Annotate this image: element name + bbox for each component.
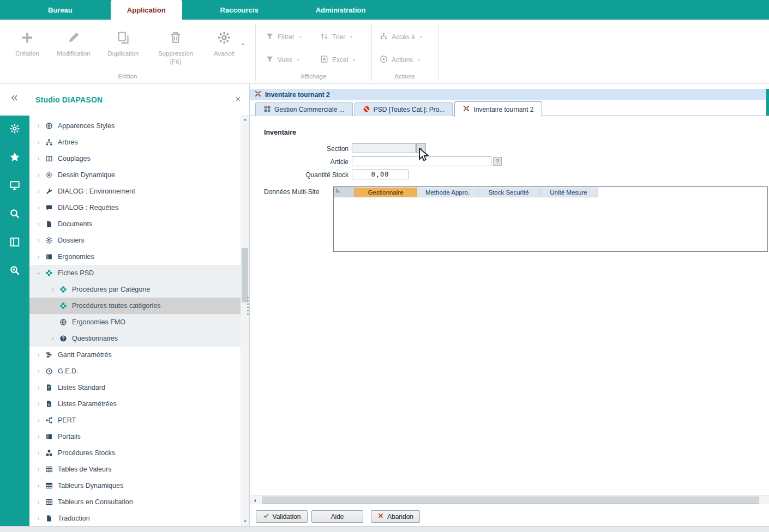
tree-item-arbres[interactable]: Arbres [29, 134, 241, 150]
scrollbar-thumb[interactable] [262, 497, 759, 504]
acces-a-button[interactable]: Accès à [380, 31, 423, 44]
ribbon-tab-application[interactable]: Application [111, 0, 182, 20]
chevron-right-icon[interactable] [48, 336, 57, 341]
chevron-right-icon[interactable] [34, 369, 43, 374]
suppression-button[interactable]: Suppression (F6) [151, 25, 201, 75]
chevron-right-icon[interactable] [34, 483, 43, 488]
chevron-right-icon[interactable] [34, 418, 43, 423]
tree-item-tables-de-valeurs[interactable]: Tables de Valeurs [29, 461, 241, 477]
button-label: Validation [273, 513, 301, 521]
scroll-left-button[interactable] [251, 496, 259, 504]
article-help-button[interactable]: ? [493, 157, 502, 166]
button-label: Duplication [108, 50, 139, 58]
chevron-right-icon[interactable] [34, 385, 43, 390]
chevron-right-icon[interactable] [34, 238, 43, 243]
chevron-right-icon[interactable] [34, 222, 43, 227]
chevron-right-icon[interactable] [34, 173, 43, 178]
tree-item-procedures-par-categorie[interactable]: Procédures par Catégorie [29, 281, 241, 298]
tree-item-questionnaires[interactable]: Questionnaires [29, 330, 241, 347]
panel-close-button[interactable] [232, 94, 243, 105]
column-header-unite-mesure[interactable]: Unité Mesure [539, 187, 598, 197]
ribbon-tab-bureau[interactable]: Bureau [32, 0, 89, 20]
chevron-right-icon[interactable] [34, 255, 43, 259]
tree-item-tableurs-dynamiques[interactable]: Tableurs Dynamiques [29, 477, 241, 494]
chevron-right-icon[interactable] [34, 189, 43, 194]
actions-button[interactable]: Actions [380, 53, 421, 66]
tree-item-couplages[interactable]: Couplages [29, 150, 241, 167]
chevron-right-icon[interactable] [34, 402, 43, 407]
chevron-right-icon[interactable] [34, 467, 43, 472]
vues-button[interactable]: Vues [266, 53, 301, 66]
tree-item-tableurs-en-consultation[interactable]: Tableurs en Consultation [29, 494, 241, 510]
excel-button[interactable]: Excel [320, 53, 356, 66]
activity-modules-button[interactable] [9, 124, 21, 136]
filtrer-button[interactable]: Filtrer [266, 31, 303, 44]
chevron-right-icon[interactable] [34, 500, 43, 505]
select-all-cell[interactable] [334, 187, 355, 197]
tree-item-ergonomies-fmo[interactable]: Ergonomies FMO [29, 314, 241, 330]
avance-dropdown-caret[interactable] [241, 39, 245, 49]
avance-button[interactable]: Avancé [206, 25, 242, 75]
chevron-right-icon[interactable] [34, 516, 43, 521]
tree-item-procedures-stocks[interactable]: Procédures Stocks [29, 445, 241, 461]
ribbon-tab-administration[interactable]: Administration [299, 0, 382, 20]
tree-item-fiches-psd[interactable]: Fiches PSD [29, 265, 241, 281]
chevron-down-icon [349, 33, 353, 41]
duplication-button[interactable]: Duplication [99, 25, 147, 75]
book-icon [45, 253, 53, 261]
pencil-icon [67, 28, 81, 47]
panel-splitter[interactable] [247, 297, 249, 315]
activity-search-button[interactable] [9, 209, 21, 221]
tree-item-apparences-styles[interactable]: Apparences Styles [29, 118, 241, 134]
scroll-down-button[interactable] [241, 517, 249, 525]
tree-item-dialog-environnement[interactable]: DIALOG : Environnement [29, 183, 241, 200]
chevron-right-icon[interactable] [48, 287, 57, 292]
modification-button[interactable]: Modification [50, 25, 97, 75]
column-header-methode-appro[interactable]: Methode Appro. [417, 187, 478, 197]
tree-item-procedures-toutes-categories[interactable]: Procédures toutes catégories [29, 298, 241, 314]
document-tab-psd-toutes-cat-pro[interactable]: PSD [Toutes Cat.]: Pro... [355, 102, 453, 116]
quantite-stock-input[interactable] [352, 170, 408, 179]
activity-panels-button[interactable] [9, 237, 21, 249]
column-header-stock-securite[interactable]: Stock Securité [478, 187, 539, 197]
document-tab-gestion-commerciale[interactable]: Gestion Commerciale ... [255, 102, 353, 116]
tree-item-ergonomies[interactable]: Ergonomies [29, 249, 241, 265]
horizontal-scrollbar[interactable] [250, 495, 769, 504]
tree-item-pert[interactable]: PERT [29, 412, 241, 428]
aide-button[interactable]: Aide [311, 510, 363, 523]
chevron-right-icon[interactable] [34, 124, 43, 129]
chevron-right-icon[interactable] [34, 451, 43, 456]
tree-item-dossiers[interactable]: Dossiers [29, 232, 241, 249]
chevron-right-icon[interactable] [34, 156, 43, 161]
activity-desktop-button[interactable] [9, 180, 21, 192]
tree-item-dessin-dynamique[interactable]: Dessin Dynamique [29, 167, 241, 183]
column-header-gestionnaire[interactable]: Gestionnaire [355, 187, 417, 197]
tree-item-traduction[interactable]: Traduction [29, 510, 241, 526]
tree-item-listes-parametrees[interactable]: Listes Paramétrées [29, 396, 241, 412]
scroll-up-button[interactable] [241, 116, 249, 123]
creation-button[interactable]: Création [4, 25, 50, 75]
chevron-right-icon[interactable] [34, 205, 43, 210]
section-input[interactable] [352, 143, 416, 153]
chevron-down-icon[interactable] [34, 271, 43, 276]
activity-favorites-button[interactable] [9, 152, 21, 164]
chevron-right-icon[interactable] [34, 434, 43, 439]
tree-item-portails[interactable]: Portails [29, 428, 241, 445]
tree-item-label: G.E.D. [58, 367, 79, 375]
abandon-button[interactable]: Abandon [371, 510, 420, 523]
chevron-right-icon[interactable] [34, 353, 43, 358]
activity-studio-search-button[interactable] [9, 265, 21, 277]
tree-item-dialog-requetes[interactable]: DIALOG : Requêtes [29, 200, 241, 216]
trier-button[interactable]: Trier [320, 31, 353, 44]
tree-item-g-e-d[interactable]: G.E.D. [29, 363, 241, 379]
chevron-right-icon[interactable] [34, 140, 43, 145]
document-tab-inventaire-tournant-2[interactable]: Inventaire tournant 2 [454, 101, 542, 117]
tree-item-gantt-parametres[interactable]: Gantt Paramétrés [29, 347, 241, 363]
validation-button[interactable]: Validation [256, 510, 308, 523]
tree-item-listes-standard[interactable]: Listes Standard [29, 379, 241, 396]
scrollbar-thumb[interactable] [242, 248, 248, 303]
ribbon-tab-raccourcis[interactable]: Raccourcis [204, 0, 275, 20]
collapse-panel-button[interactable] [8, 92, 21, 105]
tree-item-documents[interactable]: Documents [29, 216, 241, 232]
tree-scrollbar[interactable] [241, 114, 249, 526]
